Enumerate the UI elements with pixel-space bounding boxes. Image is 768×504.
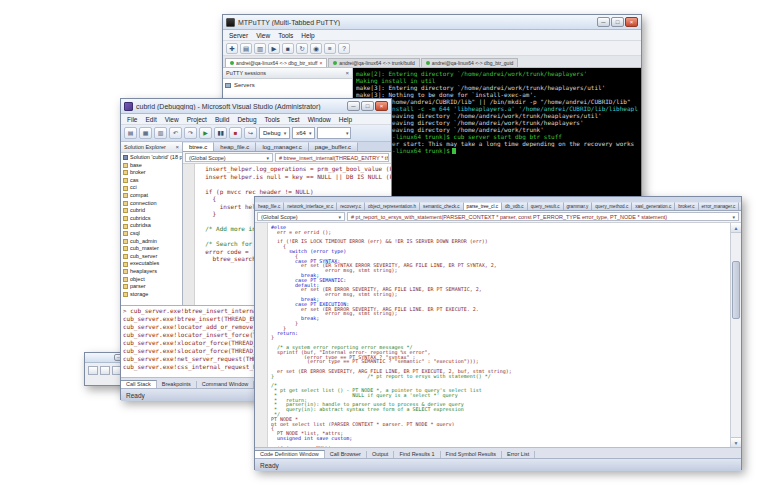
terminal-screen[interactable]: make[2]: Entering directory `/home/andre… [353, 68, 641, 201]
minimize-button[interactable]: ─ [347, 101, 360, 111]
solution-project-item[interactable]: storage [121, 291, 182, 299]
menu-item-test[interactable]: Test [284, 116, 304, 123]
reconnect-icon[interactable]: ↻ [296, 43, 308, 54]
document-tab[interactable]: semantic_check.c [420, 202, 464, 210]
scroll-down-icon[interactable]: ▼ [731, 437, 741, 447]
help-icon[interactable]: ? [338, 43, 350, 54]
solution-project-item[interactable]: object [121, 276, 182, 284]
menu-item-view[interactable]: View [252, 32, 274, 39]
panel-tab[interactable]: Output [367, 451, 395, 458]
solution-project-item[interactable]: cas [121, 177, 182, 185]
solution-project-item[interactable]: broker [121, 169, 182, 177]
panel-tab[interactable]: Breakpoints [157, 381, 197, 388]
code-editor-window[interactable]: heap_file.cnetwork_interface_sr.crecover… [254, 196, 742, 470]
menu-item-window[interactable]: Window [304, 116, 335, 123]
menu-item-help[interactable]: Help [335, 116, 356, 123]
session-tree-item[interactable]: Servers [225, 81, 350, 90]
disconnect-icon[interactable]: ■ [282, 43, 294, 54]
vs-titlebar[interactable]: cubrid (Debugging) - Microsoft Visual St… [121, 99, 391, 114]
save-session-icon[interactable]: ▥ [254, 43, 266, 54]
close-tab-icon[interactable]: × [319, 60, 322, 66]
document-tab[interactable]: btree.c [183, 142, 214, 151]
document-tab[interactable]: object_representation.h [365, 202, 420, 210]
solution-project-item[interactable]: executables [121, 260, 182, 268]
menu-item-file[interactable]: File [123, 116, 141, 123]
solution-project-item[interactable]: cub_admin [121, 238, 182, 246]
solution-project-item[interactable]: csql [121, 230, 182, 238]
solution-project-item[interactable]: cub_server [121, 253, 182, 261]
save-icon[interactable]: ▥ [154, 127, 167, 139]
menu-item-project[interactable]: Project [183, 116, 211, 123]
menu-item-build[interactable]: Build [211, 116, 233, 123]
continue-icon[interactable]: ▶ [199, 127, 212, 139]
breakpoint-margin[interactable] [183, 164, 195, 305]
configuration-dropdown[interactable]: Debug ▾ [259, 127, 290, 139]
member-dropdown[interactable]: # pt_report_to_ersys_with_statement(PARS… [347, 212, 739, 221]
close-icon[interactable]: × [175, 144, 179, 150]
solution-project-item[interactable]: cubridcs [121, 215, 182, 223]
solution-explorer-header[interactable]: Solution Explorer × [121, 142, 182, 153]
solution-project-item[interactable]: cci [121, 184, 182, 192]
step-over-icon[interactable]: ↪ [244, 127, 257, 139]
close-icon[interactable]: × [345, 70, 349, 76]
session-tab[interactable]: andrei@qa-linux64 <-> dbg_btr_guid [421, 58, 519, 67]
redo-icon[interactable]: ↷ [184, 127, 197, 139]
document-tab[interactable]: recovery.c [337, 202, 365, 210]
panel-tab[interactable]: Find Symbol Results [441, 451, 502, 458]
solution-project-item[interactable]: compat [121, 192, 182, 200]
solution-project-item[interactable]: cub_master [121, 245, 182, 253]
tool-button-1[interactable] [88, 366, 98, 375]
document-tab[interactable]: network_interface_sr.c [284, 202, 337, 210]
find-combo[interactable]: ▾ [317, 127, 351, 139]
close-button[interactable]: × [375, 101, 388, 111]
platform-dropdown[interactable]: x64 ▾ [292, 127, 315, 139]
solution-project-item[interactable]: cubrid [121, 207, 182, 215]
document-tab[interactable]: query_result.c [528, 202, 564, 210]
breakpoint-margin[interactable] [255, 223, 268, 447]
panel-tab[interactable]: Command Window [197, 381, 254, 388]
vertical-scrollbar[interactable]: ▲ ▼ [730, 223, 741, 447]
scope-dropdown[interactable]: (Global Scope) ▾ [257, 212, 345, 221]
session-tab[interactable]: andrei@qa-linux64 <-> trunk/build [328, 58, 419, 67]
new-file-icon[interactable]: ▤ [124, 127, 137, 139]
scope-dropdown[interactable]: (Global Scope) ▾ [185, 153, 273, 162]
code-editor[interactable]: #else err = er_errid (); if (!ER_IS_LOCK… [255, 223, 741, 447]
solution-project-item[interactable]: base [121, 162, 182, 170]
solution-project-item[interactable]: heaplayers [121, 268, 182, 276]
solution-project-item[interactable]: connection [121, 200, 182, 208]
minimize-button[interactable]: ─ [597, 17, 610, 27]
document-tab[interactable]: xasl_generation.c [632, 202, 675, 210]
panel-tab[interactable]: Find Results 1 [394, 451, 440, 458]
menu-item-debug[interactable]: Debug [233, 116, 260, 123]
scrollbar-thumb[interactable] [732, 261, 740, 319]
panel-tab[interactable]: Call Browser [325, 451, 367, 458]
menu-item-edit[interactable]: Edit [141, 116, 160, 123]
settings-icon[interactable]: ≡ [324, 43, 336, 54]
maximize-button[interactable]: □ [361, 101, 374, 111]
document-tab[interactable]: heap_file.c [255, 202, 284, 210]
detach-icon[interactable]: ◉ [310, 43, 322, 54]
scroll-up-icon[interactable]: ▲ [731, 223, 741, 233]
document-tab[interactable]: transform.h [739, 202, 741, 210]
document-tab[interactable]: log_manager.c [256, 142, 308, 151]
menu-item-tools[interactable]: Tools [261, 116, 284, 123]
solution-project-item[interactable]: cubridsa [121, 222, 182, 230]
member-dropdown[interactable]: # btree_insert_internal(THREAD_ENTRY * t… [275, 153, 389, 162]
menu-item-tools[interactable]: Tools [274, 32, 297, 39]
putty-titlebar[interactable]: MTPuTTY (Multi-Tabbed PuTTY) ─□× [223, 15, 641, 30]
stop-debugging-icon[interactable]: ■ [229, 127, 242, 139]
open-file-icon[interactable]: ▦ [139, 127, 152, 139]
solution-root-item[interactable]: Solution 'cubrid' (18 projects) [121, 154, 182, 162]
break-all-icon[interactable]: ▮▮ [214, 127, 227, 139]
session-tab[interactable]: andrei@qa-linux64 <-> dbg_btr_stuff× [225, 58, 327, 67]
document-tab[interactable]: error_manager.c [699, 202, 740, 210]
document-tab[interactable]: query_method.c [592, 202, 632, 210]
undo-icon[interactable]: ↶ [169, 127, 182, 139]
tool-button-2[interactable] [100, 366, 110, 375]
menu-item-server[interactable]: Server [225, 32, 252, 39]
document-tab[interactable]: db_vdb.c [502, 202, 528, 210]
maximize-button[interactable]: □ [611, 17, 624, 27]
document-tab[interactable]: grammar.y [564, 202, 593, 210]
menu-item-view[interactable]: View [161, 116, 183, 123]
panel-tab[interactable]: Call Stack [121, 380, 157, 388]
